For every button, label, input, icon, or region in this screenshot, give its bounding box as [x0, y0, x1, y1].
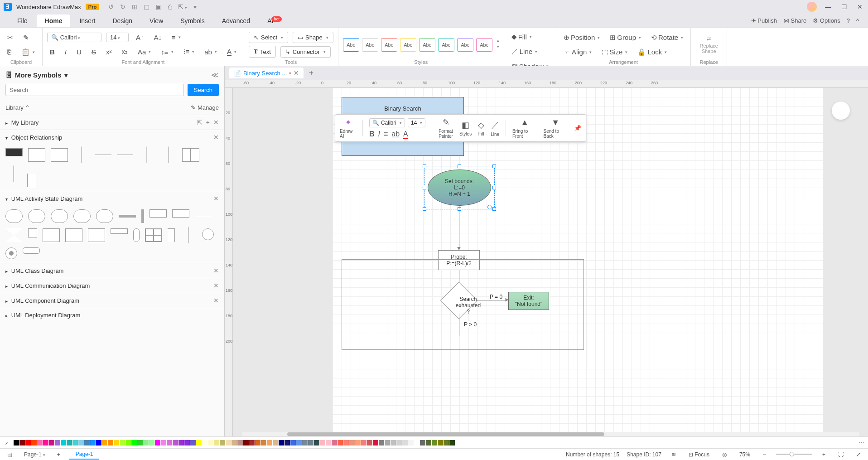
style-preset-7[interactable]: Abc — [457, 38, 473, 52]
color-swatch[interactable] — [55, 440, 60, 445]
maximize-icon[interactable]: ☐ — [839, 3, 849, 10]
close-section-icon[interactable]: ✕ — [213, 297, 219, 304]
save-icon[interactable]: ▣ — [156, 3, 162, 10]
collapse-sidebar-icon[interactable]: ≪ — [211, 71, 219, 79]
color-swatch[interactable] — [438, 440, 443, 445]
color-swatch[interactable] — [202, 440, 207, 445]
shape-state[interactable] — [28, 209, 45, 223]
shape-folder2[interactable] — [88, 228, 105, 242]
color-swatch[interactable] — [43, 440, 48, 445]
font-family-select[interactable]: 🔍 Calibri — [47, 33, 101, 42]
current-page-tab[interactable]: Page-1 — [69, 450, 100, 460]
size-button[interactable]: ⬚ Size — [599, 46, 630, 58]
shape-elbow[interactable] — [27, 174, 36, 187]
color-swatch[interactable] — [332, 440, 337, 445]
more-icon[interactable]: ▾ — [193, 3, 197, 10]
shape-state4[interactable] — [96, 209, 113, 223]
shape-arrow-box[interactable] — [172, 209, 189, 218]
floating-helper-icon[interactable] — [832, 102, 850, 120]
color-swatch[interactable] — [367, 440, 372, 445]
shape-frame[interactable] — [43, 228, 60, 242]
rotate-handle-icon[interactable] — [487, 205, 492, 209]
color-swatch[interactable] — [391, 440, 396, 445]
ft-send-back[interactable]: ▼Send to Back — [543, 118, 568, 139]
redo-icon[interactable]: ↻ — [120, 3, 125, 10]
shape-vline3[interactable] — [169, 147, 169, 163]
export-icon[interactable]: ⇱ — [178, 3, 187, 10]
color-swatch[interactable] — [308, 440, 313, 445]
tab-home[interactable]: Home — [37, 15, 71, 27]
ft-line[interactable]: ／Line — [491, 120, 499, 137]
color-swatch[interactable] — [290, 440, 296, 445]
collapse-ribbon-icon[interactable]: ^ — [856, 17, 859, 24]
color-swatch[interactable] — [285, 440, 290, 445]
line-spacing-icon[interactable]: ↕≡ — [158, 46, 176, 58]
options-button[interactable]: ⚙ Options — [813, 17, 840, 24]
color-swatch[interactable] — [444, 440, 449, 445]
more-symbols-heading[interactable]: 🗄 More Symbols▾ — [5, 71, 68, 79]
user-avatar-icon[interactable] — [807, 2, 817, 12]
ft-styles[interactable]: ◧Styles — [459, 120, 472, 136]
open-icon[interactable]: ▢ — [144, 3, 149, 10]
print-icon[interactable]: ⎙ — [168, 3, 172, 10]
shape-hourglass[interactable] — [5, 228, 23, 242]
horizontal-scrollbar[interactable] — [242, 432, 859, 436]
style-preset-6[interactable]: Abc — [438, 38, 454, 52]
palette-menu-icon[interactable]: ⋯ — [858, 439, 864, 446]
color-swatch[interactable] — [414, 440, 420, 445]
shape-folder[interactable] — [65, 228, 82, 242]
ft-pin-icon[interactable]: 📌 — [574, 125, 581, 131]
position-button[interactable]: ⊕ Position — [561, 32, 603, 44]
canvas[interactable]: Binary Search ✦Edraw AI 🔍 Calibri 14 B I — [233, 88, 868, 436]
color-swatch[interactable] — [320, 440, 325, 445]
color-swatch[interactable] — [102, 440, 107, 445]
style-preset-2[interactable]: Abc — [362, 38, 378, 52]
tab-symbols[interactable]: Symbols — [172, 15, 213, 27]
shape-lollipop[interactable] — [95, 155, 111, 155]
color-swatch[interactable] — [149, 440, 154, 445]
ft-bring-front[interactable]: ▲Bring to Front — [512, 118, 537, 139]
style-preset-3[interactable]: Abc — [381, 38, 397, 52]
color-swatch[interactable] — [84, 440, 90, 445]
shape-zigzag[interactable] — [195, 216, 211, 216]
ft-color-icon[interactable]: A — [403, 130, 408, 138]
color-swatch[interactable] — [237, 440, 243, 445]
color-swatch[interactable] — [267, 440, 272, 445]
style-preset-8[interactable]: Abc — [476, 38, 492, 52]
diagram-ellipse-set-bounds[interactable]: Set bounds: L:=0 R:=N + 1 — [428, 169, 491, 206]
ft-font-name[interactable]: 🔍 Calibri — [369, 118, 405, 127]
style-preset-5[interactable]: Abc — [419, 38, 435, 52]
ft-italic-icon[interactable]: I — [378, 130, 380, 138]
ft-format-painter[interactable]: ✎Format Painter — [439, 117, 453, 139]
undo-icon[interactable]: ↺ — [108, 3, 114, 10]
color-swatch[interactable] — [402, 440, 408, 445]
tab-advanced[interactable]: Advanced — [214, 15, 258, 27]
shape-grid4[interactable] — [145, 228, 162, 242]
zoom-in-icon[interactable]: + — [820, 450, 828, 459]
shape-split-rect[interactable] — [182, 148, 199, 162]
section-uml-component[interactable]: ▸ UML Component Diagram — [5, 297, 79, 304]
color-swatch[interactable] — [196, 440, 202, 445]
color-swatch[interactable] — [125, 440, 131, 445]
color-swatch[interactable] — [143, 440, 149, 445]
color-swatch[interactable] — [37, 440, 43, 445]
superscript-icon[interactable]: x² — [103, 46, 115, 58]
color-swatch[interactable] — [208, 440, 213, 445]
shape-vbar[interactable] — [141, 209, 144, 223]
ft-bold-icon[interactable]: B — [369, 130, 375, 138]
shape-circle[interactable] — [202, 228, 214, 240]
add-page-icon[interactable]: + — [54, 450, 63, 459]
color-swatch[interactable] — [302, 440, 308, 445]
diagram-exit-box[interactable]: Exit: "Not found" — [508, 292, 549, 310]
highlight-icon[interactable]: ab — [202, 46, 220, 58]
color-swatch[interactable] — [49, 440, 54, 445]
bold-icon[interactable]: B — [47, 46, 58, 58]
bullets-icon[interactable]: ⁝≡ — [181, 46, 198, 58]
color-swatch[interactable] — [243, 440, 249, 445]
color-swatch[interactable] — [61, 440, 66, 445]
ft-align-icon[interactable]: ≡ — [384, 130, 388, 138]
color-swatch[interactable] — [19, 440, 25, 445]
shape-tag[interactable] — [111, 228, 128, 234]
color-swatch[interactable] — [349, 440, 355, 445]
zoom-label[interactable]: 75% — [737, 450, 753, 459]
